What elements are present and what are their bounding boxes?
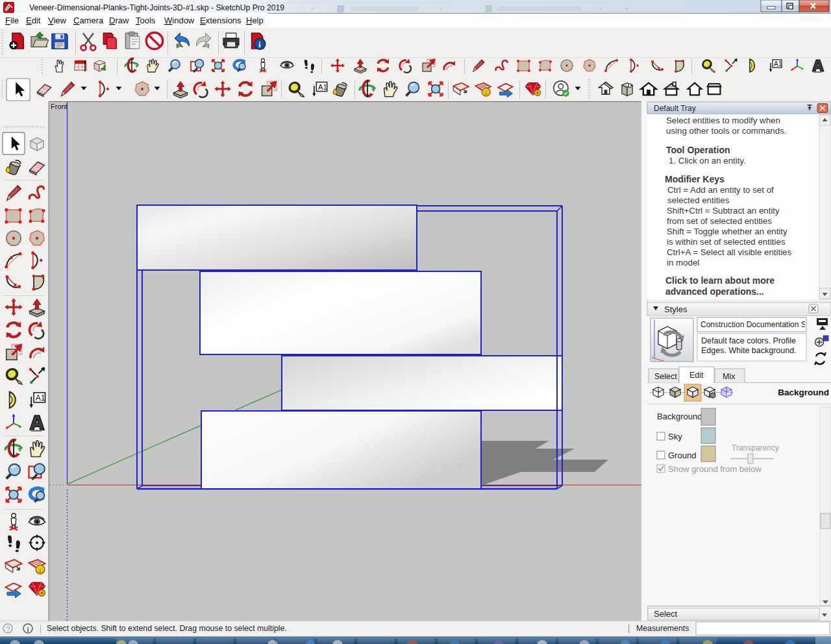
svg-text:Window: Window	[164, 16, 195, 25]
svg-text:selected entities: selected entities	[667, 195, 730, 205]
svg-text:Draw: Draw	[109, 16, 129, 25]
svg-text:Front: Front	[51, 103, 68, 110]
svg-text:?: ?	[6, 625, 10, 633]
svg-text:from set of selected entities: from set of selected entities	[667, 216, 772, 226]
svg-text:Select: Select	[654, 372, 677, 381]
svg-text:Ctrl+A = Select all visible en: Ctrl+A = Select all visible entities	[667, 247, 792, 257]
svg-text:Default face colors. Profile: Default face colors. Profile	[701, 336, 796, 345]
svg-text:1. Click on an entity.: 1. Click on an entity.	[669, 156, 746, 166]
svg-text:Measurements: Measurements	[636, 624, 689, 633]
svg-text:in model: in model	[667, 258, 699, 267]
svg-text:Edit: Edit	[689, 371, 704, 380]
svg-text:is within set of selected enti: is within set of selected entities	[667, 237, 786, 247]
svg-text:+: +	[625, 5, 628, 12]
svg-text:Background: Background	[778, 388, 829, 397]
svg-text:Help: Help	[246, 16, 264, 25]
svg-text:View: View	[48, 16, 67, 25]
svg-text:Mix: Mix	[723, 372, 736, 381]
svg-text:advanced operations...: advanced operations...	[665, 286, 764, 297]
svg-text:File: File	[5, 16, 19, 25]
svg-text:Veneer-Dimensional-Planks-Tigh: Veneer-Dimensional-Planks-Tight-Joints-3…	[29, 3, 284, 12]
svg-text:i: i	[27, 625, 29, 633]
svg-text:Background: Background	[657, 412, 702, 421]
svg-text:Ctrl = Add an entity to set of: Ctrl = Add an entity to set of	[667, 185, 774, 195]
svg-text:Extensions: Extensions	[200, 16, 242, 25]
svg-text:x: x	[439, 5, 443, 12]
svg-text:Edit: Edit	[26, 16, 41, 25]
svg-text:Ground: Ground	[668, 451, 696, 460]
svg-text:Click to learn about more: Click to learn about more	[665, 275, 775, 286]
svg-text:Construction Documentation Sty: Construction Documentation Styl	[701, 320, 814, 329]
svg-text:Shift = Toggle whether an enti: Shift = Toggle whether an entity	[667, 227, 788, 236]
svg-text:Tools: Tools	[136, 16, 156, 25]
svg-text:Shift+Ctrl = Subtract an entit: Shift+Ctrl = Subtract an entity	[667, 206, 780, 216]
svg-text:Tool Operation: Tool Operation	[666, 145, 730, 155]
svg-text:using other tools or commands.: using other tools or commands.	[666, 126, 787, 136]
svg-text:+: +	[310, 5, 314, 12]
svg-text:Transparency: Transparency	[732, 443, 779, 452]
svg-text:Show ground from below: Show ground from below	[668, 464, 762, 474]
svg-text:Styles: Styles	[664, 304, 688, 314]
svg-text:x: x	[599, 5, 602, 12]
svg-text:Select objects. Shift to exten: Select objects. Shift to extend select. …	[47, 624, 287, 633]
svg-text:Default Tray: Default Tray	[654, 104, 696, 113]
svg-text:Edges. White background.: Edges. White background.	[701, 346, 797, 355]
svg-text:Sky: Sky	[668, 432, 682, 441]
svg-text:Select entities to modify when: Select entities to modify when	[666, 116, 780, 125]
svg-text:Select: Select	[654, 609, 678, 619]
svg-text:Camera: Camera	[73, 16, 104, 25]
svg-text:Modifier Keys: Modifier Keys	[665, 174, 725, 184]
